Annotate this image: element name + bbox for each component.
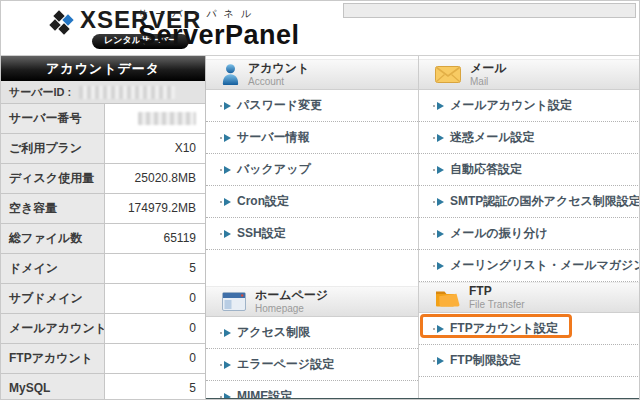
account-data-row: MySQL5: [1, 374, 205, 400]
section-title: ホームページ: [255, 289, 328, 303]
menu-item-mail-5[interactable]: メールの振り分け: [419, 218, 640, 250]
menu-item-arrow-icon: [432, 324, 445, 334]
account-data-label: ご利用プラン: [1, 134, 105, 163]
account-data-label: ドメイン: [1, 254, 105, 283]
menu-item-label: Cron設定: [237, 193, 289, 210]
account-data-value: 25020.8MB: [105, 164, 205, 193]
menu-item-arrow-icon: [432, 197, 445, 207]
menu-column-1: アカウントAccountパスワード変更サーバー情報バックアップCron設定SSH…: [206, 56, 418, 400]
account-data-label: サブドメイン: [1, 284, 105, 313]
page-title: サーバーパネル ServerPanel: [138, 7, 300, 49]
header-blank-panel: [343, 3, 636, 18]
menu-item-account-3[interactable]: バックアップ: [206, 154, 418, 186]
account-data-value: [105, 104, 205, 133]
menu-item-label: 迷惑メール設定: [450, 129, 535, 146]
mail-envelope-icon: [435, 66, 461, 83]
account-data-label: メールアカウント: [1, 314, 105, 343]
menu-item-arrow-icon: [219, 165, 232, 175]
page-title-english: ServerPanel: [138, 21, 300, 49]
menu-item-mail-3[interactable]: 自動応答設定: [419, 154, 640, 186]
menu-item-account-1[interactable]: パスワード変更: [206, 90, 418, 122]
section-header-mail: メールMail: [419, 59, 640, 90]
menu-item-label: 自動応答設定: [450, 161, 522, 178]
menu-item-label: アクセス制限: [237, 324, 310, 341]
menu-item-mail-6[interactable]: メーリングリスト・メールマガジン: [419, 250, 640, 282]
section-subtitle: File Transfer: [469, 299, 525, 310]
account-data-value: X10: [105, 134, 205, 163]
section-title-block-homepage: ホームページHomepage: [255, 289, 328, 314]
menu-column-2: メールMailメールアカウント設定迷惑メール設定自動応答設定SMTP認証の国外ア…: [418, 56, 640, 400]
menu-item-account-5[interactable]: SSH設定: [206, 218, 418, 250]
page-title-japanese: サーバーパネル: [138, 7, 300, 21]
menu-item-label: バックアップ: [237, 161, 311, 178]
account-data-label: サーバー番号: [1, 104, 105, 133]
menu-item-arrow-icon: [219, 101, 232, 111]
menu-item-arrow-icon: [219, 133, 232, 143]
section-title: メール: [470, 62, 507, 76]
account-data-row: ご利用プランX10: [1, 134, 205, 164]
menu-item-label: FTPアカウント設定: [450, 320, 558, 337]
account-data-table: サーバー番号ご利用プランX10ディスク使用量25020.8MB空き容量17497…: [1, 104, 205, 400]
section-title: アカウント: [248, 62, 309, 76]
homepage-window-icon: [222, 292, 246, 311]
menu-item-ftp-2[interactable]: FTP制限設定: [419, 345, 640, 377]
menu-item-label: FTP制限設定: [450, 352, 521, 369]
menu-item-mail-4[interactable]: SMTP認証の国外アクセス制限設定: [419, 186, 640, 218]
account-data-label: 総ファイル数: [1, 224, 105, 253]
menu-item-ftp-1[interactable]: FTPアカウント設定: [419, 313, 640, 345]
menu-item-arrow-icon: [432, 101, 445, 111]
menu-item-arrow-icon: [432, 261, 445, 271]
serverpanel-window: XSERVER レンタルサーバー サーバーパネル ServerPanel アカウ…: [0, 0, 640, 400]
account-data-row: 空き容量174979.2MB: [1, 194, 205, 224]
menu-item-label: メールの振り分け: [450, 225, 547, 242]
menu-item-label: エラーページ設定: [237, 356, 334, 373]
account-data-value: 0: [105, 344, 205, 373]
menu-item-label: メールアカウント設定: [450, 97, 572, 114]
menu-item-account-2[interactable]: サーバー情報: [206, 122, 418, 154]
account-data-row: ディスク使用量25020.8MB: [1, 164, 205, 194]
account-person-icon: [222, 64, 239, 85]
account-data-value: 174979.2MB: [105, 194, 205, 223]
section-title: FTP: [469, 285, 525, 299]
menu-item-label: SMTP認証の国外アクセス制限設定: [450, 193, 640, 210]
menu-area: アカウントAccountパスワード変更サーバー情報バックアップCron設定SSH…: [206, 56, 640, 400]
section-title-block-ftp: FTPFile Transfer: [469, 285, 525, 310]
section-title-block-mail: メールMail: [470, 62, 507, 87]
menu-item-homepage-2[interactable]: エラーページ設定: [206, 349, 418, 381]
menu-item-arrow-icon: [432, 165, 445, 175]
account-data-sidebar: アカウントデータ サーバーID : サーバー番号ご利用プランX10ディスク使用量…: [1, 56, 206, 400]
account-data-row: サーバー番号: [1, 104, 205, 134]
content-area: アカウントデータ サーバーID : サーバー番号ご利用プランX10ディスク使用量…: [1, 55, 639, 400]
menu-item-arrow-icon: [219, 229, 232, 239]
account-data-label: FTPアカウント: [1, 344, 105, 373]
menu-item-mail-2[interactable]: 迷惑メール設定: [419, 122, 640, 154]
section-header-ftp: FTPFile Transfer: [419, 282, 640, 313]
server-id-label: サーバーID :: [9, 85, 71, 100]
account-data-row: メールアカウント0: [1, 314, 205, 344]
menu-item-arrow-icon: [432, 229, 445, 239]
menu-item-arrow-icon: [432, 356, 445, 366]
menu-item-arrow-icon: [219, 328, 232, 338]
section-subtitle: Mail: [470, 76, 507, 87]
menu-item-arrow-icon: [219, 360, 232, 370]
menu-item-homepage-1[interactable]: アクセス制限: [206, 317, 418, 349]
section-title-block-account: アカウントAccount: [248, 62, 309, 87]
account-data-value: 5: [105, 374, 205, 400]
account-data-row: 総ファイル数65119: [1, 224, 205, 254]
account-data-label: ディスク使用量: [1, 164, 105, 193]
server-number-redacted-value: [138, 112, 196, 125]
server-id-redacted-value: [79, 86, 175, 99]
account-data-value: 65119: [105, 224, 205, 253]
sidebar-title: アカウントデータ: [1, 56, 205, 81]
account-data-value: 5: [105, 254, 205, 283]
account-data-row: サブドメイン0: [1, 284, 205, 314]
account-data-row: FTPアカウント0: [1, 344, 205, 374]
menu-item-label: パスワード変更: [237, 97, 322, 114]
account-data-label: MySQL: [1, 374, 105, 400]
menu-item-mail-1[interactable]: メールアカウント設定: [419, 90, 640, 122]
xserver-diamond-icon: [51, 11, 73, 33]
menu-item-account-4[interactable]: Cron設定: [206, 186, 418, 218]
header: XSERVER レンタルサーバー サーバーパネル ServerPanel: [1, 1, 639, 55]
menu-item-arrow-icon: [219, 197, 232, 207]
section-header-account: アカウントAccount: [206, 59, 418, 90]
